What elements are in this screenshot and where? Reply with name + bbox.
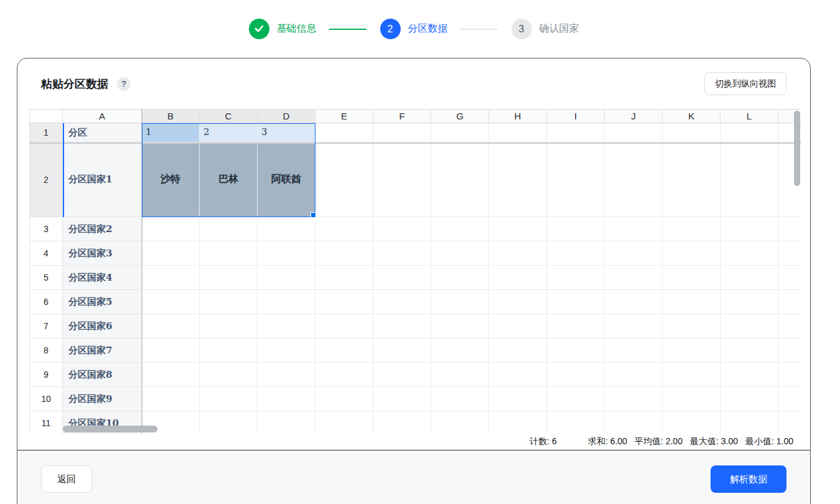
cell-partial-3[interactable]	[778, 217, 801, 241]
cell-B2[interactable]: 沙特	[142, 142, 200, 217]
cell-B6[interactable]	[142, 290, 200, 314]
cell-K7[interactable]	[663, 314, 721, 338]
cell-H3[interactable]	[489, 217, 547, 241]
cell-F10[interactable]	[373, 387, 431, 411]
row-header-7[interactable]: 7	[29, 314, 63, 338]
cell-G7[interactable]	[431, 314, 489, 338]
switch-view-button[interactable]: 切换到纵向视图	[704, 72, 786, 95]
cell-F7[interactable]	[373, 314, 431, 338]
cell-C10[interactable]	[200, 387, 258, 411]
cell-C9[interactable]	[200, 363, 258, 387]
row-header-1[interactable]: 1	[29, 123, 63, 142]
cell-L11[interactable]	[721, 411, 778, 434]
column-header-J[interactable]: J	[605, 109, 663, 123]
row-header-5[interactable]: 5	[29, 266, 63, 290]
step-basic-info[interactable]: 基础信息	[249, 19, 317, 39]
cell-D6[interactable]	[258, 290, 315, 314]
cell-A9[interactable]: 分区国家8	[63, 363, 142, 387]
cell-K11[interactable]	[663, 411, 721, 434]
corner-cell[interactable]	[29, 109, 63, 123]
cell-partial-8[interactable]	[778, 338, 801, 363]
cell-J10[interactable]	[605, 387, 663, 411]
cell-I2[interactable]	[547, 142, 605, 217]
back-button[interactable]: 返回	[41, 465, 92, 493]
cell-J2[interactable]	[605, 142, 663, 217]
cell-G11[interactable]	[431, 411, 489, 434]
column-header-H[interactable]: H	[489, 109, 547, 123]
cell-partial-5[interactable]	[778, 266, 801, 290]
cell-L2[interactable]	[721, 142, 778, 217]
cell-C4[interactable]	[200, 241, 258, 266]
cell-G3[interactable]	[431, 217, 489, 241]
column-header-C[interactable]: C	[200, 109, 258, 123]
cell-L3[interactable]	[721, 217, 778, 241]
cell-F6[interactable]	[373, 290, 431, 314]
cell-C11[interactable]	[200, 411, 258, 434]
cell-J1[interactable]	[605, 123, 663, 142]
column-header-D[interactable]: D	[258, 109, 315, 123]
column-header-A[interactable]: A	[63, 109, 142, 123]
cell-J7[interactable]	[605, 314, 663, 338]
horizontal-scrollbar[interactable]	[63, 426, 157, 432]
cell-A4[interactable]: 分区国家3	[63, 241, 142, 266]
cell-L7[interactable]	[721, 314, 778, 338]
cell-F3[interactable]	[373, 217, 431, 241]
vertical-scrollbar[interactable]	[794, 111, 800, 186]
cell-F8[interactable]	[373, 338, 431, 363]
cell-L10[interactable]	[721, 387, 778, 411]
cell-J11[interactable]	[605, 411, 663, 434]
cell-E1[interactable]	[315, 123, 373, 142]
cell-H11[interactable]	[489, 411, 547, 434]
cell-D10[interactable]	[258, 387, 315, 411]
cell-A5[interactable]: 分区国家4	[63, 266, 142, 290]
cell-K9[interactable]	[663, 363, 721, 387]
cell-C1[interactable]: 2	[200, 123, 258, 142]
cell-G8[interactable]	[431, 338, 489, 363]
cell-partial-11[interactable]	[778, 411, 801, 434]
cell-E4[interactable]	[315, 241, 373, 266]
cell-K10[interactable]	[663, 387, 721, 411]
cell-B10[interactable]	[142, 387, 200, 411]
cell-B1[interactable]: 1	[142, 123, 200, 142]
column-header-G[interactable]: G	[431, 109, 489, 123]
cell-partial-10[interactable]	[778, 387, 801, 411]
cell-E10[interactable]	[315, 387, 373, 411]
cell-K3[interactable]	[663, 217, 721, 241]
cell-L8[interactable]	[721, 338, 778, 363]
cell-D8[interactable]	[258, 338, 315, 363]
cell-E6[interactable]	[315, 290, 373, 314]
cell-H5[interactable]	[489, 266, 547, 290]
cell-partial-4[interactable]	[778, 241, 801, 266]
cell-K1[interactable]	[663, 123, 721, 142]
step-confirm-country[interactable]: 3 确认国家	[511, 19, 579, 39]
cell-J3[interactable]	[605, 217, 663, 241]
cell-D7[interactable]	[258, 314, 315, 338]
cell-B9[interactable]	[142, 363, 200, 387]
cell-I8[interactable]	[547, 338, 605, 363]
cell-H1[interactable]	[489, 123, 547, 142]
cell-I5[interactable]	[547, 266, 605, 290]
row-header-9[interactable]: 9	[29, 363, 63, 387]
column-header-E[interactable]: E	[315, 109, 373, 123]
cell-G1[interactable]	[431, 123, 489, 142]
cell-C6[interactable]	[200, 290, 258, 314]
cell-A8[interactable]: 分区国家7	[63, 338, 142, 363]
cell-C7[interactable]	[200, 314, 258, 338]
column-header-B[interactable]: B	[142, 109, 200, 123]
cell-L9[interactable]	[721, 363, 778, 387]
parse-data-button[interactable]: 解析数据	[711, 465, 786, 493]
cell-H6[interactable]	[489, 290, 547, 314]
column-header-I[interactable]: I	[547, 109, 605, 123]
cell-D11[interactable]	[258, 411, 315, 434]
column-header-K[interactable]: K	[663, 109, 721, 123]
cell-I11[interactable]	[547, 411, 605, 434]
cell-E5[interactable]	[315, 266, 373, 290]
cell-H7[interactable]	[489, 314, 547, 338]
cell-C2[interactable]: 巴林	[200, 142, 258, 217]
step-partition-data[interactable]: 2 分区数据	[380, 19, 448, 39]
cell-J4[interactable]	[605, 241, 663, 266]
cell-C3[interactable]	[200, 217, 258, 241]
cell-E7[interactable]	[315, 314, 373, 338]
cell-H10[interactable]	[489, 387, 547, 411]
cell-A2[interactable]: 分区国家1	[63, 142, 142, 217]
